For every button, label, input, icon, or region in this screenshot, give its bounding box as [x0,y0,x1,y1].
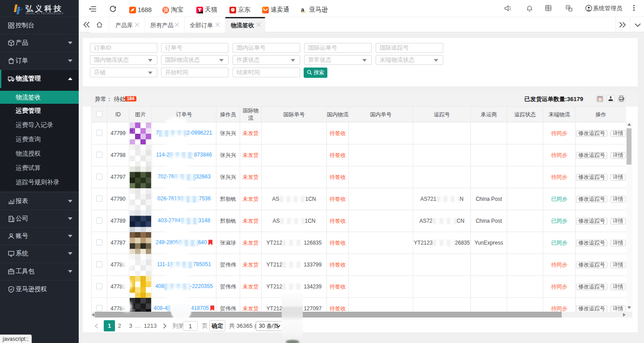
svg-text:a: a [301,6,305,13]
